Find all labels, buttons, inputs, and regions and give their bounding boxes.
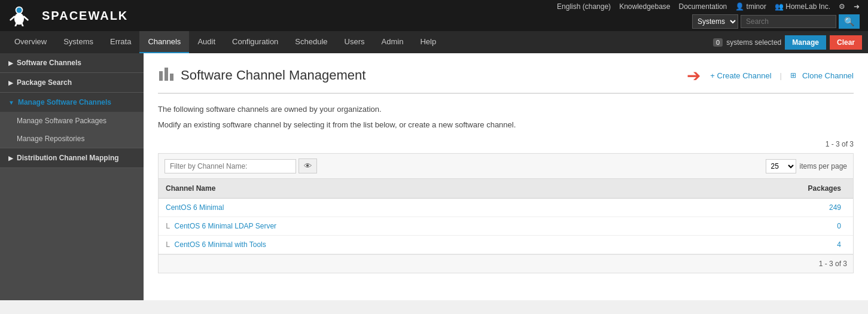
- pkg-count-1: 249: [829, 203, 841, 212]
- per-page-wrap: 25 50 100 items per page: [766, 159, 847, 173]
- systems-selected-label: systems selected: [726, 38, 781, 47]
- svg-line-6: [22, 24, 23, 27]
- channel-link-2[interactable]: CentOS 6 Minimal LDAP Server: [175, 222, 277, 230]
- create-channel-link[interactable]: + Create Channel: [710, 71, 771, 80]
- header: SPACEWALK English (change) Knowledgebase…: [0, 0, 868, 31]
- nav-bar: Overview Systems Errata Channels Audit C…: [0, 31, 868, 53]
- channel-link-3[interactable]: CentOS 6 Minimal with Tools: [175, 240, 266, 249]
- user-link[interactable]: tminor: [747, 2, 766, 11]
- logout-link[interactable]: ➜: [854, 2, 860, 11]
- sidebar-package-search-label: Package Search: [17, 78, 72, 87]
- settings-link[interactable]: ⚙: [839, 2, 845, 11]
- user-info: 👤 tminor: [735, 2, 766, 11]
- kb-link[interactable]: Knowledgebase: [619, 2, 670, 11]
- logo-text: SPACEWALK: [42, 9, 128, 23]
- sidebar-manage-packages[interactable]: Manage Software Packages: [0, 112, 144, 130]
- page-actions: ➔ + Create Channel | ⊞ Clone Channel: [687, 66, 854, 86]
- docs-link[interactable]: Documentation: [679, 2, 727, 11]
- channel-name-cell-2: L CentOS 6 Minimal LDAP Server: [159, 217, 648, 236]
- title-bar-chart-icon: [158, 65, 175, 82]
- page-title-area: Software Channel Management ➔ + Create C…: [158, 65, 854, 94]
- nav-actions: 0 systems selected Manage Clear: [713, 35, 862, 50]
- nav-help[interactable]: Help: [412, 31, 444, 53]
- sidebar-section-distribution-mapping: ▶ Distribution Channel Mapping: [0, 148, 144, 168]
- nav-errata[interactable]: Errata: [102, 31, 139, 53]
- search-button[interactable]: 🔍: [839, 14, 860, 29]
- sidebar-distribution-mapping-title[interactable]: ▶ Distribution Channel Mapping: [0, 148, 144, 167]
- channel-name-cell-3: L CentOS 6 Minimal with Tools: [159, 236, 648, 254]
- clone-icon: ⊞: [790, 71, 796, 80]
- sidebar: ▶ Software Channels ▶ Package Search ▼ M…: [0, 53, 144, 300]
- group-icon: 👥: [775, 2, 784, 11]
- person-icon: 👤: [735, 2, 744, 11]
- nav-users[interactable]: Users: [336, 31, 373, 53]
- search-scope-select[interactable]: Systems: [692, 14, 738, 29]
- page-title: Software Channel Management: [158, 65, 366, 86]
- page-title-text: Software Channel Management: [181, 68, 366, 83]
- packages-cell-2: 0: [648, 217, 853, 236]
- sidebar-section-package-search: ▶ Package Search: [0, 73, 144, 93]
- manage-button[interactable]: Manage: [785, 35, 826, 50]
- lang-link[interactable]: English (change): [557, 2, 611, 11]
- svg-line-5: [16, 24, 17, 27]
- main-inner: Software Channel Management ➔ + Create C…: [144, 53, 868, 285]
- clone-channel-link[interactable]: Clone Channel: [802, 71, 854, 80]
- table-row: L CentOS 6 Minimal with Tools 4: [159, 236, 853, 254]
- pipe-divider: |: [780, 71, 782, 80]
- channel-name-cell: CentOS 6 Minimal: [159, 199, 648, 217]
- nav-channels[interactable]: Channels: [139, 31, 189, 53]
- svg-point-2: [17, 8, 22, 13]
- spacewalk-logo-icon: [8, 5, 30, 26]
- pkg-count-3: 4: [837, 240, 841, 249]
- chevron-icon-4: ▶: [8, 155, 13, 161]
- nav-links: Overview Systems Errata Channels Audit C…: [6, 31, 444, 53]
- pagination-top: 1 - 3 of 3: [158, 140, 854, 148]
- table-area: 👁 25 50 100 items per page: [158, 153, 854, 273]
- sidebar-section-software-channels: ▶ Software Channels: [0, 53, 144, 73]
- nav-systems[interactable]: Systems: [55, 31, 102, 53]
- channel-link-1[interactable]: CentOS 6 Minimal: [166, 203, 224, 212]
- table-header-row: Channel Name Packages: [159, 179, 853, 199]
- channels-table: Channel Name Packages CentOS 6 Minimal 2…: [159, 179, 853, 254]
- col-packages: Packages: [648, 179, 853, 199]
- chevron-icon-2: ▶: [8, 80, 13, 86]
- per-page-label: items per page: [800, 162, 847, 170]
- org-link[interactable]: HomeLab Inc.: [785, 2, 830, 11]
- packages-cell-1: 249: [648, 199, 853, 217]
- col-channel-name: Channel Name: [159, 179, 648, 199]
- red-arrow-icon: ➔: [687, 66, 701, 86]
- filter-eye-button[interactable]: 👁: [299, 158, 317, 173]
- logo-area: SPACEWALK: [8, 5, 128, 26]
- filter-bar: 👁 25 50 100 items per page: [159, 154, 853, 179]
- sidebar-manage-channels-title[interactable]: ▼ Manage Software Channels: [0, 93, 144, 112]
- systems-count-badge: 0: [713, 38, 723, 47]
- description-area: The following software channels are owne…: [158, 103, 854, 130]
- nav-configuration[interactable]: Configuration: [224, 31, 287, 53]
- search-area: Systems 🔍: [692, 14, 860, 29]
- nav-audit[interactable]: Audit: [189, 31, 224, 53]
- nav-overview[interactable]: Overview: [6, 31, 55, 53]
- table-row: L CentOS 6 Minimal LDAP Server 0: [159, 217, 853, 236]
- nav-admin[interactable]: Admin: [373, 31, 412, 53]
- org-info: 👥 HomeLab Inc.: [775, 2, 830, 11]
- layout: ▶ Software Channels ▶ Package Search ▼ M…: [0, 53, 868, 300]
- per-page-select[interactable]: 25 50 100: [766, 159, 796, 173]
- filter-input-wrap: 👁: [165, 158, 317, 173]
- pkg-count-2: 0: [837, 222, 841, 230]
- clear-button[interactable]: Clear: [830, 35, 862, 50]
- header-right: English (change) Knowledgebase Documenta…: [557, 0, 860, 31]
- svg-point-1: [14, 13, 24, 25]
- svg-rect-8: [165, 68, 168, 81]
- description-line2: Modify an existing software channel by s…: [158, 119, 854, 131]
- search-input[interactable]: [741, 15, 836, 28]
- sidebar-software-channels-label: Software Channels: [17, 59, 81, 67]
- sidebar-manage-repos[interactable]: Manage Repositories: [0, 130, 144, 148]
- sidebar-distribution-mapping-label: Distribution Channel Mapping: [17, 154, 119, 162]
- nav-schedule[interactable]: Schedule: [287, 31, 336, 53]
- chevron-icon-3: ▼: [8, 99, 14, 106]
- filter-input[interactable]: [165, 159, 296, 173]
- sidebar-software-channels-title[interactable]: ▶ Software Channels: [0, 53, 144, 72]
- sidebar-package-search-title[interactable]: ▶ Package Search: [0, 73, 144, 92]
- chevron-icon: ▶: [8, 60, 13, 66]
- svg-rect-7: [159, 71, 163, 81]
